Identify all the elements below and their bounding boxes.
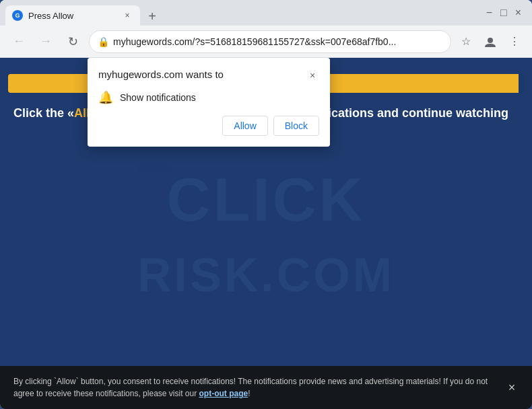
active-tab[interactable]: G Press Allow × bbox=[5, 5, 140, 26]
tab-area: G Press Allow × + bbox=[5, 0, 481, 26]
window-controls: − □ × bbox=[481, 7, 527, 18]
forward-button[interactable]: → bbox=[35, 31, 57, 52]
profile-icon bbox=[484, 35, 497, 48]
reload-button[interactable]: ↻ bbox=[62, 31, 84, 52]
popup-header: myhugewords.com wants to × bbox=[98, 69, 319, 82]
profile-button[interactable] bbox=[481, 32, 500, 51]
bookmark-button[interactable]: ☆ bbox=[457, 32, 475, 51]
banner-close-button[interactable]: × bbox=[502, 378, 521, 397]
new-tab-button[interactable]: + bbox=[143, 7, 162, 26]
window-close-button[interactable]: × bbox=[515, 7, 521, 18]
bottom-banner: By clicking `Allow` button, you consent … bbox=[0, 366, 532, 409]
notification-popup: myhugewords.com wants to × 🔔 Show notifi… bbox=[88, 58, 330, 147]
page-content: CLICK RISK.COM 99% Click the «Allow» but… bbox=[0, 58, 532, 409]
minimize-button[interactable]: − bbox=[486, 7, 492, 18]
title-bar: G Press Allow × + − □ × bbox=[0, 0, 532, 26]
popup-buttons: Allow Block bbox=[98, 116, 319, 136]
banner-text-after: ! bbox=[248, 389, 250, 398]
allow-button[interactable]: Allow bbox=[222, 116, 267, 136]
tab-close-button[interactable]: × bbox=[121, 9, 133, 22]
url-text: myhugewords.com/?s=516818159681155727&ss… bbox=[113, 36, 442, 47]
banner-text: By clicking `Allow` button, you consent … bbox=[13, 375, 498, 400]
maximize-button[interactable]: □ bbox=[500, 7, 507, 18]
menu-button[interactable]: ⋮ bbox=[505, 32, 524, 51]
opt-out-link[interactable]: opt-out page bbox=[199, 389, 248, 398]
watermark-line1: CLICK bbox=[167, 165, 366, 235]
notification-label: Show notifications bbox=[120, 92, 196, 103]
tab-title: Press Allow bbox=[28, 11, 116, 21]
bell-icon: 🔔 bbox=[98, 90, 113, 105]
address-bar[interactable]: 🔒 myhugewords.com/?s=516818159681155727&… bbox=[89, 30, 451, 53]
navigation-bar: ← → ↻ 🔒 myhugewords.com/?s=5168181596811… bbox=[0, 26, 532, 58]
popup-close-button[interactable]: × bbox=[306, 69, 319, 82]
popup-site-text: myhugewords.com wants to bbox=[98, 69, 224, 80]
tab-favicon: G bbox=[12, 10, 23, 21]
message-pre: Click the « bbox=[13, 106, 74, 120]
lock-icon: 🔒 bbox=[98, 36, 109, 47]
browser-window: G Press Allow × + − □ × ← → ↻ 🔒 myhugewo… bbox=[0, 0, 532, 409]
svg-point-0 bbox=[488, 38, 493, 43]
block-button[interactable]: Block bbox=[273, 116, 319, 136]
popup-notification-row: 🔔 Show notifications bbox=[98, 90, 319, 105]
banner-text-before: By clicking `Allow` button, you consent … bbox=[13, 377, 488, 398]
watermark-line2: RISK.COM bbox=[137, 248, 395, 302]
back-button[interactable]: ← bbox=[8, 31, 30, 52]
